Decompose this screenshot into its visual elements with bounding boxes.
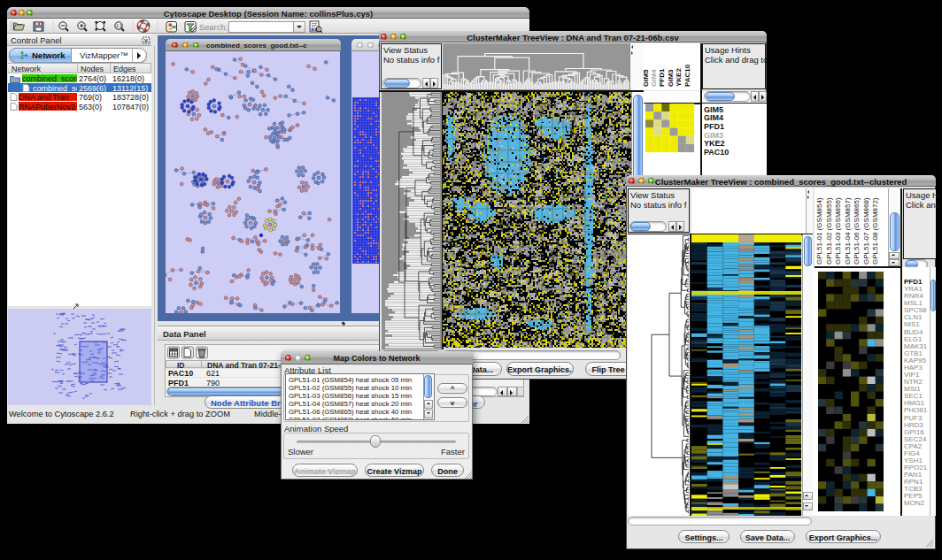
svg-text:GIM4: GIM4 (650, 69, 658, 87)
svg-text:PAC10: PAC10 (683, 64, 691, 87)
svg-text:PFD1: PFD1 (658, 68, 666, 87)
svg-text:GPL51-04 (GSM857): GPL51-04 (GSM857) (844, 197, 852, 265)
svg-text:GPL51-07 (GSM868): GPL51-07 (GSM868) (862, 197, 870, 265)
svg-text:GIM5: GIM5 (644, 69, 650, 87)
svg-text:GPL51-02 (GSM855): GPL51-02 (GSM855) (825, 197, 833, 265)
svg-text:GIM3: GIM3 (667, 69, 675, 87)
svg-text:GPL51-06 (GSM865): GPL51-06 (GSM865) (853, 197, 861, 265)
svg-text:GPL51-01 (GSM854): GPL51-01 (GSM854) (815, 197, 823, 265)
svg-text:GPL51-03 (GSM856): GPL51-03 (GSM856) (834, 197, 842, 265)
svg-text:GPL51-08 (GSM872): GPL51-08 (GSM872) (871, 197, 879, 265)
svg-text:YKE2: YKE2 (675, 68, 683, 87)
svg-text:1:1: 1:1 (116, 23, 122, 28)
